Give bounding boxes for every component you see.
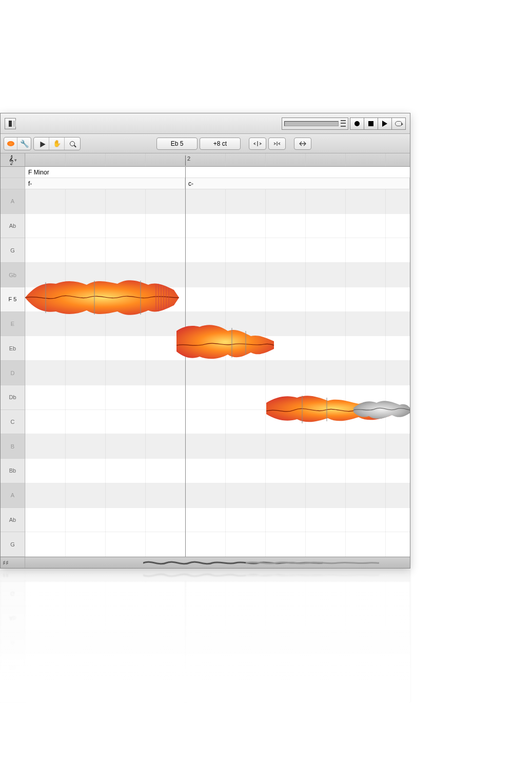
ruler-gutter[interactable]: 𝄞 ▾ bbox=[1, 153, 25, 166]
pitch-row bbox=[25, 189, 410, 214]
sharp-label: ♯♯ bbox=[3, 572, 9, 579]
pitch-row bbox=[25, 581, 410, 606]
pitch-row bbox=[25, 630, 410, 655]
record-icon bbox=[354, 121, 360, 126]
key-row-G[interactable]: G bbox=[1, 532, 25, 557]
pitch-editor: AAbGGbF 5EEbDDbCBBbAAbG F Minor f- c- bbox=[1, 167, 410, 557]
separate-button[interactable] bbox=[249, 138, 266, 150]
tempo-slider[interactable] bbox=[282, 118, 348, 130]
grip-icon bbox=[341, 120, 346, 128]
snap-button[interactable] bbox=[294, 138, 311, 150]
blob-mode-button[interactable] bbox=[4, 138, 17, 150]
ruler[interactable]: 𝄞 ▾ 2 bbox=[1, 153, 410, 167]
chord-cell-2[interactable]: c- bbox=[185, 178, 410, 189]
cents-display-label: +8 ct bbox=[213, 140, 227, 147]
key-row-C[interactable]: C bbox=[1, 410, 25, 435]
key-row-E[interactable]: E bbox=[1, 312, 25, 337]
tempo-fill bbox=[284, 121, 339, 126]
piano-gutter: AAbGGbF 5EEbDDbCBBbAAbG bbox=[1, 167, 25, 557]
merge-icon bbox=[272, 140, 282, 147]
grid-area[interactable]: F Minor f- c- bbox=[25, 167, 410, 557]
chord-row[interactable]: f- c- bbox=[25, 178, 410, 189]
pitch-row bbox=[25, 508, 410, 533]
key-row-F5[interactable]: F 5 bbox=[1, 287, 25, 312]
chord-cell-1[interactable]: f- bbox=[25, 178, 185, 189]
chord-1-label: f- bbox=[28, 180, 32, 187]
pitch-row bbox=[25, 679, 410, 702]
note-blob-2[interactable] bbox=[176, 321, 274, 367]
key-row-Bb[interactable]: Bb bbox=[1, 655, 25, 679]
play-icon bbox=[382, 121, 387, 127]
key-row-Bb[interactable]: Bb bbox=[1, 459, 25, 483]
pitch-display-label: Eb 5 bbox=[171, 140, 184, 147]
overview-track[interactable] bbox=[25, 557, 410, 568]
wrench-icon: 🔧 bbox=[20, 140, 29, 148]
key-row-A[interactable]: A bbox=[1, 189, 25, 214]
pointer-icon bbox=[37, 140, 45, 147]
pitch-row bbox=[25, 532, 410, 557]
beat-lines bbox=[25, 581, 410, 702]
key-row-B[interactable]: B bbox=[1, 434, 25, 459]
zoom-tool-button[interactable] bbox=[65, 138, 80, 150]
key-row-Db[interactable]: Db bbox=[1, 385, 25, 410]
overview-bar[interactable]: ♯♯ bbox=[1, 557, 410, 568]
scale-row[interactable]: F Minor bbox=[25, 167, 410, 178]
pitch-grid bbox=[25, 189, 410, 557]
note-blob-tail[interactable] bbox=[353, 387, 410, 428]
stop-button[interactable] bbox=[364, 118, 378, 130]
sharp-label: ♯♯ bbox=[3, 559, 9, 566]
treble-clef-icon: 𝄞 bbox=[9, 155, 13, 165]
key-row-Ab[interactable]: Ab bbox=[1, 214, 25, 239]
sidebar-toggle-button[interactable] bbox=[5, 118, 16, 129]
overview-track[interactable] bbox=[25, 570, 410, 581]
pitch-grid bbox=[25, 581, 410, 702]
loop-button[interactable] bbox=[391, 118, 406, 130]
loop-icon bbox=[395, 121, 402, 126]
ruler-track[interactable]: 2 bbox=[25, 153, 410, 166]
merge-button[interactable] bbox=[268, 138, 286, 150]
pitch-editor: AAbGGbF 5EEbDDbCBBbAAbG F Minor f- c- bbox=[1, 581, 410, 702]
hand-tool-button[interactable]: ✋ bbox=[49, 138, 65, 150]
toolbar: 🔧 ✋ Eb 5 +8 ct bbox=[1, 134, 410, 153]
overview-waveform-2 bbox=[246, 559, 379, 567]
key-row-A[interactable]: A bbox=[1, 630, 25, 655]
stop-icon bbox=[368, 121, 373, 126]
note-blob-1[interactable] bbox=[25, 275, 179, 321]
chord-2-label: c- bbox=[188, 180, 193, 187]
key-row-A[interactable]: A bbox=[1, 483, 25, 508]
overview-bar[interactable]: ♯♯ bbox=[1, 570, 410, 581]
key-row-B[interactable]: B bbox=[1, 679, 25, 702]
key-row-D[interactable]: D bbox=[1, 361, 25, 385]
play-button[interactable] bbox=[378, 118, 392, 130]
transport-bar bbox=[1, 113, 410, 134]
pitch-display[interactable]: Eb 5 bbox=[156, 138, 198, 150]
snap-icon bbox=[298, 140, 307, 147]
pitch-row bbox=[25, 434, 410, 459]
panel-icon bbox=[9, 121, 12, 127]
key-row-Eb[interactable]: Eb bbox=[1, 336, 25, 361]
tools-mode-button[interactable]: 🔧 bbox=[17, 138, 31, 150]
key-row-Ab[interactable]: Ab bbox=[1, 508, 25, 533]
bar-marker-2: 2 bbox=[185, 155, 190, 166]
separate-icon bbox=[253, 140, 262, 147]
record-button[interactable] bbox=[350, 118, 364, 130]
chord-header-gutter bbox=[1, 178, 25, 189]
piano-gutter: AAbGGbF 5EEbDDbCBBbAAbG bbox=[1, 581, 25, 702]
pitch-row bbox=[25, 214, 410, 239]
pitch-row bbox=[25, 483, 410, 508]
pitch-row bbox=[25, 606, 410, 631]
pointer-tool-button[interactable] bbox=[34, 138, 49, 150]
pitch-row bbox=[25, 655, 410, 679]
key-row-G[interactable]: G bbox=[1, 238, 25, 263]
overview-waveform-2 bbox=[246, 571, 379, 579]
grid-area[interactable]: F Minor f- c- bbox=[25, 581, 410, 702]
hand-icon: ✋ bbox=[53, 140, 61, 147]
mode-group: 🔧 bbox=[4, 137, 31, 150]
chevron-down-icon: ▾ bbox=[14, 158, 17, 163]
pitch-row bbox=[25, 238, 410, 263]
overview-gutter: ♯♯ bbox=[1, 557, 25, 568]
cents-display[interactable]: +8 ct bbox=[200, 138, 241, 150]
key-row-Gb[interactable]: Gb bbox=[1, 263, 25, 287]
key-row-G[interactable]: G bbox=[1, 581, 25, 606]
key-row-Ab[interactable]: Ab bbox=[1, 606, 25, 631]
